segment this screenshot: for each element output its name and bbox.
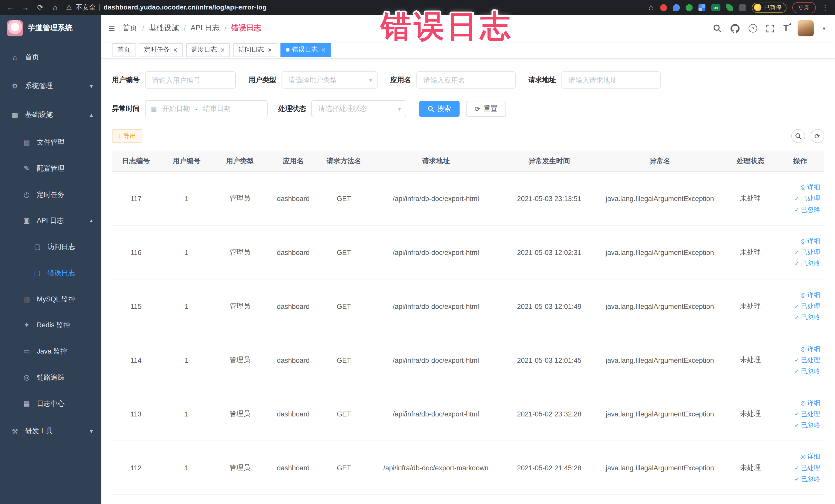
- github-icon[interactable]: [731, 24, 739, 33]
- app-name-input[interactable]: [416, 72, 515, 88]
- tab-schedule-log[interactable]: 调度日志×: [186, 43, 230, 57]
- start-date-placeholder: 开始日期: [162, 104, 190, 114]
- address-bar[interactable]: ⚠ 不安全 dashboard.yudao.iocoder.cn/infra/l…: [66, 3, 267, 12]
- action-detail[interactable]: ◎详细: [801, 290, 820, 299]
- breadcrumb-item[interactable]: 基础设施: [149, 23, 179, 33]
- extension-red-icon[interactable]: [660, 4, 667, 11]
- tab-cron-task[interactable]: 定时任务×: [139, 43, 183, 57]
- action-processed[interactable]: ✓已处理: [794, 356, 820, 365]
- sidebar-item-infra[interactable]: ▦基础设施▴: [0, 100, 101, 129]
- sidebar-item-access-log[interactable]: ▢访问日志: [0, 234, 101, 260]
- sidebar-item-home[interactable]: ⌂首页: [0, 43, 101, 72]
- action-processed[interactable]: ✓已处理: [794, 463, 820, 472]
- sidebar-item-mysql[interactable]: ▥MySQL 监控: [0, 286, 101, 312]
- hamburger-icon[interactable]: ≡: [109, 23, 115, 34]
- action-ignored[interactable]: ✓已忽略: [794, 313, 820, 322]
- action-detail[interactable]: ◎详细: [801, 183, 820, 191]
- url-text[interactable]: dashboard.yudao.iocoder.cn/infra/log/api…: [104, 4, 267, 11]
- filter-process-status: 处理状态 请选择处理状态 ▾: [278, 100, 406, 117]
- action-ignored[interactable]: ✓已忽略: [794, 367, 820, 376]
- check-icon: ✓: [794, 368, 799, 374]
- tools-icon: ⚒: [11, 427, 19, 435]
- reload-icon[interactable]: ⟳: [36, 3, 44, 12]
- table-cell: /api/infra/db-doc/export-html: [368, 410, 504, 418]
- home-icon[interactable]: ⌂: [51, 3, 59, 12]
- avatar-caret-icon[interactable]: ▾: [823, 25, 825, 31]
- sidebar-item-config[interactable]: ✎配置管理: [0, 155, 101, 181]
- forward-icon[interactable]: →: [21, 3, 29, 12]
- sidebar-item-trace[interactable]: ◎链路追踪: [0, 364, 101, 390]
- action-label: 已处理: [801, 302, 820, 311]
- help-icon[interactable]: ?: [749, 24, 757, 32]
- sidebar-logo[interactable]: 芋道管理系统: [0, 15, 101, 42]
- action-processed[interactable]: ✓已处理: [794, 302, 820, 311]
- process-status-select[interactable]: 请选择处理状态 ▾: [311, 100, 406, 117]
- close-icon[interactable]: ×: [221, 46, 225, 54]
- reset-button[interactable]: ⟳ 重置: [466, 101, 506, 117]
- browser-menu-icon[interactable]: ⋮: [822, 4, 829, 12]
- gear-icon: ⚙: [11, 82, 19, 90]
- user-type-select[interactable]: 请选择用户类型 ▾: [282, 72, 378, 88]
- paused-badge[interactable]: 已暂停: [752, 2, 787, 12]
- search-icon: [795, 133, 801, 139]
- action-detail[interactable]: ◎详细: [801, 237, 820, 245]
- sidebar-item-label: 配置管理: [37, 164, 64, 173]
- action-detail[interactable]: ◎详细: [801, 398, 820, 407]
- export-button[interactable]: ↓ 导出: [112, 129, 142, 143]
- sidebar-item-label: MySQL 监控: [37, 294, 76, 304]
- close-icon[interactable]: ×: [268, 46, 272, 54]
- request-url-input[interactable]: [562, 72, 660, 88]
- sidebar-item-error-log[interactable]: ▢错误日志: [0, 260, 101, 286]
- search-icon[interactable]: [713, 24, 721, 32]
- action-ignored[interactable]: ✓已忽略: [794, 421, 820, 429]
- extension-leaf-icon[interactable]: [726, 4, 733, 11]
- extension-drop-icon[interactable]: [673, 4, 680, 11]
- action-ignored[interactable]: ✓已忽略: [794, 205, 820, 214]
- breadcrumb-item[interactable]: 首页: [122, 23, 137, 33]
- sidebar-item-api-log[interactable]: ▣API 日志▴: [0, 207, 101, 234]
- action-ignored[interactable]: ✓已忽略: [794, 475, 820, 483]
- sidebar-item-redis[interactable]: ✦Redis 监控: [0, 312, 101, 338]
- breadcrumb-item[interactable]: API 日志: [191, 23, 220, 33]
- sidebar-item-java[interactable]: ▭Java 监控: [0, 338, 101, 364]
- action-detail[interactable]: ◎详细: [801, 344, 820, 353]
- toggle-search-button[interactable]: [791, 129, 805, 143]
- extension-grid-icon[interactable]: [698, 4, 705, 11]
- sidebar-item-label: Java 监控: [37, 346, 67, 356]
- bookmark-star-icon[interactable]: ☆: [648, 3, 654, 12]
- font-size-icon[interactable]: T ▲: [783, 23, 789, 33]
- action-processed[interactable]: ✓已处理: [794, 409, 820, 418]
- sidebar-item-cron[interactable]: ◷定时任务: [0, 181, 101, 207]
- user-id-input[interactable]: [145, 72, 236, 88]
- search-button[interactable]: 搜索: [419, 101, 460, 117]
- extension-green-icon[interactable]: [686, 4, 693, 11]
- back-icon[interactable]: ←: [6, 3, 14, 12]
- action-processed[interactable]: ✓已处理: [794, 248, 820, 257]
- update-button[interactable]: 更新: [792, 2, 816, 13]
- tab-error-log[interactable]: 错误日志×: [280, 43, 331, 57]
- user-id-label: 用户编号: [112, 75, 140, 85]
- action-ignored[interactable]: ✓已忽略: [794, 259, 820, 268]
- tab-label: 错误日志: [292, 45, 318, 55]
- close-icon[interactable]: ×: [321, 46, 325, 54]
- date-range-picker[interactable]: ▦ 开始日期 - 结束日期: [145, 100, 268, 117]
- security-label[interactable]: 不安全: [76, 3, 96, 12]
- user-avatar[interactable]: [798, 20, 814, 36]
- sidebar-item-file[interactable]: ▤文件管理: [0, 129, 101, 155]
- sidebar-item-dev-tools[interactable]: ⚒研发工具▾: [0, 417, 101, 445]
- action-detail[interactable]: ◎详细: [801, 452, 820, 461]
- action-label: 详细: [807, 398, 820, 407]
- tab-home[interactable]: 首页: [112, 43, 135, 57]
- sidebar-item-log-center[interactable]: ▤日志中心: [0, 390, 101, 417]
- table-cell: java.lang.IllegalArgumentException: [594, 302, 725, 310]
- extension-on-badge[interactable]: on: [711, 4, 720, 11]
- filter-exception-time: 异常时间 ▦ 开始日期 - 结束日期: [112, 100, 268, 117]
- tab-access-log[interactable]: 访问日志×: [233, 43, 277, 57]
- sidebar-item-system[interactable]: ⚙系统管理▾: [0, 72, 101, 100]
- refresh-table-button[interactable]: ⟳: [810, 129, 824, 143]
- fullscreen-icon[interactable]: [766, 24, 774, 32]
- extension-dark-icon[interactable]: [739, 4, 746, 11]
- action-label: 详细: [807, 290, 820, 299]
- action-processed[interactable]: ✓已处理: [794, 194, 820, 203]
- close-icon[interactable]: ×: [173, 46, 177, 54]
